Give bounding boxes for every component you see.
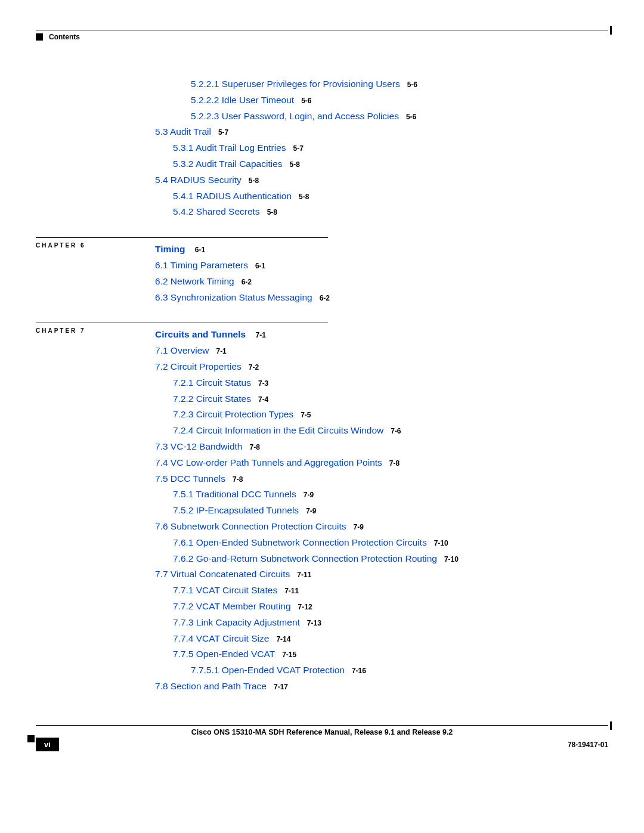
toc-link[interactable]: 5.2.2.1 Superuser Privileges for Provisi… xyxy=(191,79,400,89)
toc-entry: 7.6 Subnetwork Connection Protection Cir… xyxy=(155,519,608,534)
toc-entry: 6.1 Timing Parameters6-1 xyxy=(155,258,608,273)
page-ref: 6-1 xyxy=(195,246,205,254)
page-ref: 5-7 xyxy=(218,128,228,137)
toc-pre-block: 5.2.2.1 Superuser Privileges for Provisi… xyxy=(119,77,608,219)
toc-link[interactable]: 7.7.5.1 Open-Ended VCAT Protection xyxy=(191,665,345,675)
toc-link[interactable]: 7.6.1 Open-Ended Subnetwork Connection P… xyxy=(173,537,427,547)
toc-entry: 7.7.1 VCAT Circuit States7-11 xyxy=(173,583,608,598)
toc-link[interactable]: 5.2.2.3 User Password, Login, and Access… xyxy=(191,111,399,121)
toc-entry: 5.2.2.1 Superuser Privileges for Provisi… xyxy=(191,77,608,92)
toc-entry: 5.3.1 Audit Trail Log Entries5-7 xyxy=(173,141,608,156)
page-ref: 6-1 xyxy=(255,262,265,270)
page-ref: 7-8 xyxy=(389,459,400,467)
page-ref: 5-8 xyxy=(267,208,277,216)
chapter-title-link[interactable]: Circuits and Tunnels xyxy=(155,329,246,339)
toc-entry: 7.8 Section and Path Trace7-17 xyxy=(155,679,608,694)
toc-body: 5.2.2.1 Superuser Privileges for Provisi… xyxy=(119,77,608,694)
toc-link[interactable]: 5.3.1 Audit Trail Log Entries xyxy=(173,143,286,153)
toc-link[interactable]: 7.5.1 Traditional DCC Tunnels xyxy=(173,489,296,499)
footer-bar: vi 78-19417-01 xyxy=(36,738,608,751)
toc-link[interactable]: 7.7.5 Open-Ended VCAT xyxy=(173,649,275,659)
toc-entry: 6.3 Synchronization Status Messaging6-2 xyxy=(155,290,608,305)
toc-entry: 7.2.1 Circuit Status7-3 xyxy=(173,376,608,391)
toc-link[interactable]: 6.1 Timing Parameters xyxy=(155,260,248,270)
page-ref: 5-8 xyxy=(299,193,309,201)
chapter-6-section: CHAPTER 6 Timing 6-1 6.1 Timing Paramete… xyxy=(119,242,608,305)
page-ref: 7-5 xyxy=(301,411,311,419)
page-ref: 7-17 xyxy=(274,683,288,691)
running-header: Contents xyxy=(36,33,608,41)
toc-link[interactable]: 5.3.2 Audit Trail Capacities xyxy=(173,159,283,169)
toc-link[interactable]: 5.2.2.2 Idle User Timeout xyxy=(191,95,294,105)
page-ref: 7-8 xyxy=(249,443,259,451)
toc-link[interactable]: 5.4.1 RADIUS Authentication xyxy=(173,191,292,201)
toc-entry: 5.3 Audit Trail5-7 xyxy=(155,125,608,140)
toc-link[interactable]: 7.7.3 Link Capacity Adjustment xyxy=(173,617,300,627)
page-ref: 5-8 xyxy=(290,160,300,169)
toc-entry: 7.7.3 Link Capacity Adjustment7-13 xyxy=(173,615,608,630)
chapter-rule xyxy=(36,237,328,238)
toc-link[interactable]: 7.6 Subnetwork Connection Protection Cir… xyxy=(155,521,346,531)
toc-link[interactable]: 7.2.2 Circuit States xyxy=(173,394,251,404)
page-ref: 7-11 xyxy=(284,587,299,595)
chapter-title-row: Circuits and Tunnels 7-1 xyxy=(155,327,608,342)
toc-link[interactable]: 5.4 RADIUS Security xyxy=(155,175,242,185)
page-ref: 7-9 xyxy=(354,523,364,531)
toc-link[interactable]: 7.5 DCC Tunnels xyxy=(155,473,225,484)
toc-entry: 7.7.5.1 Open-Ended VCAT Protection7-16 xyxy=(191,663,608,678)
toc-entry: 6.2 Network Timing6-2 xyxy=(155,274,608,289)
toc-entry: 7.6.2 Go-and-Return Subnetwork Connectio… xyxy=(173,552,608,566)
page-ref: 7-11 xyxy=(297,571,311,579)
page-ref: 5-6 xyxy=(406,113,416,121)
toc-link[interactable]: 7.6.2 Go-and-Return Subnetwork Connectio… xyxy=(173,553,437,563)
toc-link[interactable]: 5.3 Audit Trail xyxy=(155,126,211,137)
toc-link[interactable]: 7.7.2 VCAT Member Routing xyxy=(173,601,291,611)
toc-entry: 7.7.5 Open-Ended VCAT7-15 xyxy=(173,647,608,662)
toc-link[interactable]: 7.2.4 Circuit Information in the Edit Ci… xyxy=(173,425,383,435)
page-ref: 5-6 xyxy=(407,80,417,89)
toc-entry: 7.7.2 VCAT Member Routing7-12 xyxy=(173,599,608,614)
page-ref: 7-14 xyxy=(276,635,290,643)
toc-link[interactable]: 7.1 Overview xyxy=(155,345,209,355)
page-ref: 7-2 xyxy=(249,363,259,371)
toc-link[interactable]: 7.8 Section and Path Trace xyxy=(155,681,267,691)
page-ref: 7-16 xyxy=(352,667,366,675)
toc-entry: 7.5 DCC Tunnels7-8 xyxy=(155,472,608,487)
toc-entry: 5.4 RADIUS Security5-8 xyxy=(155,173,608,188)
toc-link[interactable]: 7.3 VC-12 Bandwidth xyxy=(155,441,242,451)
chapter-title-link[interactable]: Timing xyxy=(155,244,185,254)
page-ref: 5-7 xyxy=(293,144,304,153)
toc-link[interactable]: 7.5.2 IP-Encapsulated Tunnels xyxy=(173,505,299,515)
chapter-label: CHAPTER 6 xyxy=(36,242,86,249)
toc-entry: 7.7.4 VCAT Circuit Size7-14 xyxy=(173,631,608,646)
page-ref: 7-1 xyxy=(255,331,265,339)
toc-entry: 7.6.1 Open-Ended Subnetwork Connection P… xyxy=(173,535,608,550)
toc-link[interactable]: 5.4.2 Shared Secrets xyxy=(173,206,260,216)
toc-link[interactable]: 7.2.3 Circuit Protection Types xyxy=(173,409,293,419)
toc-entry: 7.1 Overview7-1 xyxy=(155,343,608,358)
toc-link[interactable]: 7.4 VC Low-order Path Tunnels and Aggreg… xyxy=(155,457,382,467)
toc-entry: 7.2.2 Circuit States7-4 xyxy=(173,392,608,407)
page-ref: 6-2 xyxy=(242,278,252,286)
toc-link[interactable]: 7.7.1 VCAT Circuit States xyxy=(173,585,277,595)
toc-link[interactable]: 6.2 Network Timing xyxy=(155,276,234,286)
toc-link[interactable]: 7.2.1 Circuit Status xyxy=(173,377,251,388)
chapter-rule xyxy=(36,323,328,323)
header-square-icon xyxy=(36,33,43,41)
page-ref: 7-8 xyxy=(233,475,243,484)
toc-entry: 7.7 Virtual Concatenated Circuits7-11 xyxy=(155,567,608,582)
page-ref: 5-6 xyxy=(301,97,311,105)
toc-link[interactable]: 7.7.4 VCAT Circuit Size xyxy=(173,633,269,643)
toc-link[interactable]: 7.2 Circuit Properties xyxy=(155,361,242,371)
page-number-badge: vi xyxy=(36,738,59,751)
page-ref: 7-4 xyxy=(258,395,268,404)
toc-link[interactable]: 7.7 Virtual Concatenated Circuits xyxy=(155,569,290,579)
footer-doc-title: Cisco ONS 15310-MA SDH Reference Manual,… xyxy=(36,728,608,736)
toc-link[interactable]: 6.3 Synchronization Status Messaging xyxy=(155,292,312,302)
page-ref: 7-6 xyxy=(391,427,401,435)
page-ref: 7-1 xyxy=(216,347,226,355)
page-ref: 7-13 xyxy=(307,619,321,627)
toc-entry: 5.2.2.2 Idle User Timeout5-6 xyxy=(191,93,608,108)
toc-entry: 7.2.3 Circuit Protection Types7-5 xyxy=(173,407,608,422)
document-page: Contents 5.2.2.1 Superuser Privileges fo… xyxy=(0,0,644,775)
